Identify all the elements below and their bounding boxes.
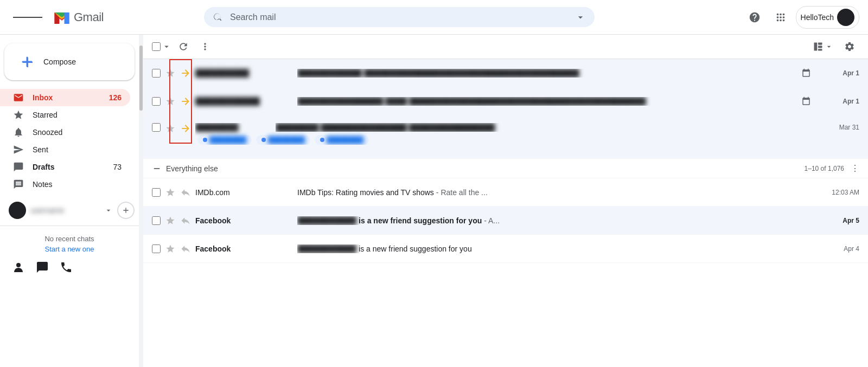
star-button[interactable] xyxy=(165,68,176,79)
sent-icon xyxy=(13,144,24,155)
email-content: ████████████████ ████ ██████████████████… xyxy=(297,97,796,106)
phone-icon-btn[interactable] xyxy=(56,257,76,277)
row-checkbox[interactable] xyxy=(152,123,161,132)
star-button[interactable] xyxy=(165,96,176,107)
settings-button[interactable] xyxy=(840,39,859,54)
account-area[interactable]: HelloTech xyxy=(796,6,859,29)
section-more-button[interactable]: ⋮ xyxy=(851,163,859,173)
sidebar-item-notes[interactable]: Notes xyxy=(0,176,130,193)
table-row[interactable]: ██████████ ████████████ ████████████████… xyxy=(143,59,868,87)
select-all-area[interactable] xyxy=(152,42,171,51)
sidebar-item-sent[interactable]: Sent xyxy=(0,141,130,158)
svg-point-2 xyxy=(16,263,21,267)
reply-arrow-icon xyxy=(180,215,191,226)
no-recent-chats: No recent chats xyxy=(9,230,130,245)
compose-plus-container xyxy=(17,52,37,72)
inbox-label: Inbox xyxy=(33,93,100,102)
notes-icon xyxy=(13,179,24,190)
split-dropdown-icon xyxy=(825,42,833,51)
main-content: ██████████ ████████████ ████████████████… xyxy=(143,35,868,367)
email-content: ███████████ is a new friend suggestion f… xyxy=(297,216,812,225)
help-button[interactable] xyxy=(744,7,765,28)
account-row[interactable]: username xyxy=(0,197,139,223)
email-subject: ████████ ████████████████ ██████████████… xyxy=(276,123,495,132)
sidebar-avatar xyxy=(9,202,26,219)
forward-icon xyxy=(180,96,191,107)
email-content: ████████████ ███████████████████████████… xyxy=(297,69,796,78)
svg-rect-5 xyxy=(818,46,822,48)
sidebar-item-drafts[interactable]: Drafts 73 xyxy=(0,158,130,176)
notes-label: Notes xyxy=(33,180,122,189)
section-count: 1–10 of 1,076 xyxy=(805,165,844,172)
chat-icon-btn[interactable] xyxy=(33,257,52,277)
star-button[interactable] xyxy=(165,243,176,254)
tag-label: ████████ xyxy=(209,136,246,144)
star-icon xyxy=(13,110,24,120)
everything-else-section: Everything else 1–10 of 1,076 ⋮ xyxy=(143,159,868,178)
section-count-area: 1–10 of 1,076 ⋮ xyxy=(805,163,859,173)
search-bar xyxy=(204,7,595,27)
table-row[interactable]: ████████ ████████ ████████████████ █████… xyxy=(143,115,868,159)
star-button[interactable] xyxy=(165,123,176,134)
split-view-button[interactable] xyxy=(808,39,838,54)
email-subject: ████████████ ███████████████████████████… xyxy=(297,69,579,78)
compose-button[interactable]: Compose xyxy=(4,43,135,80)
calendar-icon xyxy=(801,68,812,79)
reply-icon xyxy=(180,215,191,226)
hamburger-menu[interactable] xyxy=(9,11,47,24)
start-new-chat[interactable]: Start a new one xyxy=(9,245,130,253)
collapse-icon xyxy=(152,164,162,173)
row-checkbox[interactable] xyxy=(152,188,161,197)
row-checkbox[interactable] xyxy=(152,97,161,106)
add-account-button[interactable] xyxy=(117,202,135,219)
section-toggle[interactable]: Everything else xyxy=(152,164,218,173)
apps-button[interactable] xyxy=(770,7,792,28)
colorful-plus-icon xyxy=(21,55,34,68)
email-sender: ██████████ xyxy=(195,69,293,78)
more-button[interactable] xyxy=(195,39,215,54)
search-input[interactable] xyxy=(230,12,569,22)
row-checkbox[interactable] xyxy=(152,69,161,78)
reply-icon xyxy=(180,243,191,254)
sidebar: Compose Inbox 126 Starred Snoozed xyxy=(0,35,139,367)
sidebar-item-inbox[interactable]: Inbox 126 xyxy=(0,89,130,106)
tag-dot xyxy=(261,138,266,142)
email-date: 12:03 AM xyxy=(816,189,859,196)
tag-dot xyxy=(320,138,324,142)
table-row[interactable]: Facebook ███████████ is a new friend sug… xyxy=(143,235,868,263)
main-layout: Compose Inbox 126 Starred Snoozed xyxy=(0,35,868,367)
row-checkbox[interactable] xyxy=(152,244,161,253)
select-all-checkbox[interactable] xyxy=(152,42,161,51)
sidebar-item-starred[interactable]: Starred xyxy=(0,106,130,124)
person-icon-btn[interactable] xyxy=(9,257,28,277)
header-right: HelloTech xyxy=(744,6,859,29)
blurred-prefix: ███████████ xyxy=(297,244,356,253)
tag-3: ████████ xyxy=(315,135,369,145)
refresh-button[interactable] xyxy=(174,39,193,54)
chat-section: No recent chats Start a new one xyxy=(0,226,139,286)
select-dropdown-icon[interactable] xyxy=(162,42,171,51)
sidebar-item-snoozed[interactable]: Snoozed xyxy=(0,124,130,141)
email-subject: is a new friend suggestion for you xyxy=(359,244,472,253)
row-checkbox[interactable] xyxy=(152,216,161,225)
email-snippet: - Rate all the ... xyxy=(436,188,488,197)
section-label: Everything else xyxy=(166,164,218,173)
inbox-count: 126 xyxy=(109,93,122,102)
search-icon xyxy=(213,11,224,23)
svg-rect-3 xyxy=(814,43,818,51)
tag-2: ████████ xyxy=(256,135,310,145)
svg-rect-4 xyxy=(818,43,822,45)
sidebar-scrollbar[interactable] xyxy=(139,35,143,367)
search-dropdown-icon[interactable] xyxy=(575,11,586,23)
table-row[interactable]: IMDb.com IMDb Tips: Rating movies and TV… xyxy=(143,178,868,207)
table-row[interactable]: Facebook ███████████ is a new friend sug… xyxy=(143,207,868,235)
header: Gmail xyxy=(0,0,868,35)
compose-label: Compose xyxy=(43,57,76,66)
blurred-prefix: ███████████ xyxy=(297,216,356,225)
star-button[interactable] xyxy=(165,215,176,226)
table-row[interactable]: ████████████ ████████████████ ████ █████… xyxy=(143,87,868,115)
email-sender: ████████ xyxy=(195,123,271,132)
star-button[interactable] xyxy=(165,187,176,198)
search-bar-inner[interactable] xyxy=(204,7,595,27)
gmail-label: Gmail xyxy=(74,10,104,24)
